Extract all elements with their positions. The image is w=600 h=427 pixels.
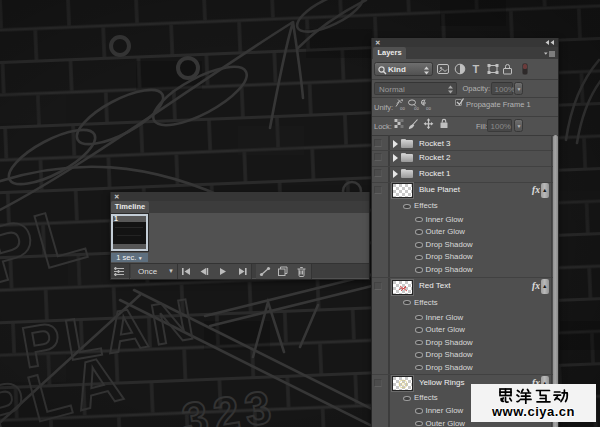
svg-text:oo: oo — [400, 106, 406, 111]
svg-text:T: T — [473, 63, 480, 75]
svg-text:oo: oo — [426, 106, 432, 111]
svg-text:oo: oo — [414, 106, 420, 111]
